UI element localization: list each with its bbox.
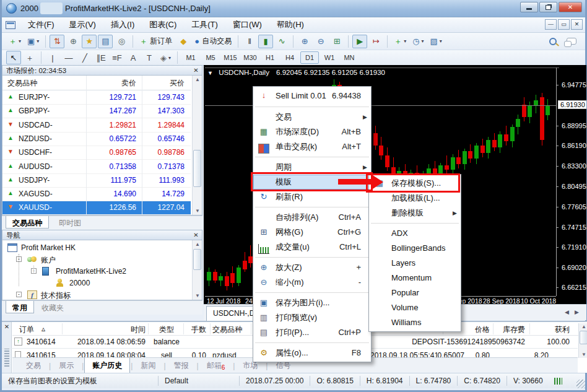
menu-item-5[interactable]: 窗口(W): [225, 17, 269, 32]
indicators-button[interactable]: ＋▾: [391, 35, 409, 48]
menu-item-3[interactable]: 图表(C): [142, 17, 184, 32]
context-menu-打印P[interactable]: ▤打印(P)...Ctrl+P: [253, 325, 371, 340]
scroll-up-icon[interactable]: ▲: [580, 324, 587, 329]
symbol-row-usdjpy[interactable]: ▲USDJPY-111.975111.993: [2, 174, 191, 188]
strategy-tester-button[interactable]: ◎: [114, 35, 129, 48]
navigator-item-2[interactable]: -ProfitMarketHK-Live2: [2, 266, 191, 277]
trendline-button[interactable]: ╱: [77, 51, 92, 64]
symbol-row-nzdusd[interactable]: ▲NZDUSD-0.657220.65746: [2, 133, 191, 146]
scroll-down-icon[interactable]: ▼: [194, 293, 201, 298]
dropdown-arrow-icon[interactable]: ▾: [168, 55, 171, 61]
navigator-toggle[interactable]: ★: [82, 35, 97, 48]
auto-scroll-button[interactable]: ▶: [352, 35, 367, 48]
timeframe-button-h4[interactable]: H4: [280, 51, 299, 64]
timeframe-button-mn[interactable]: MN: [340, 51, 359, 64]
scroll-down-icon[interactable]: ▼: [580, 352, 587, 357]
vertical-line-button[interactable]: |: [45, 51, 60, 64]
context-menu-放大Z[interactable]: ⊕放大(Z)+: [253, 260, 371, 275]
close-button[interactable]: ✕: [559, 2, 582, 12]
resize-grip[interactable]: [576, 380, 585, 388]
menu-item-2[interactable]: 插入(I): [103, 17, 142, 32]
market-watch-close-icon[interactable]: ✕: [192, 67, 200, 75]
periods-button[interactable]: ◷▾: [410, 35, 426, 48]
timeframe-button-m30[interactable]: M30: [241, 51, 259, 64]
navigator-item-1[interactable]: -账户: [2, 254, 191, 266]
timeframe-button-d1[interactable]: D1: [300, 51, 319, 64]
context-menu-刷新R[interactable]: ↻刷新(R): [253, 189, 371, 204]
timeframe-button-w1[interactable]: W1: [320, 51, 339, 64]
market-watch-tab-1[interactable]: 即时图: [53, 216, 87, 229]
scroll-down-icon[interactable]: ▼: [194, 208, 201, 214]
chart-shift-button[interactable]: ↦: [368, 35, 383, 48]
context-menu-SellLimit[interactable]: ↓Sell Limit 0.016.94438: [253, 88, 371, 104]
navigator-item-0[interactable]: Profit Market HK: [2, 242, 191, 254]
zoom-in-button[interactable]: ⊕: [297, 35, 312, 48]
new-chart-button[interactable]: ＋▾: [6, 35, 24, 48]
context-menu-打印预览v[interactable]: ▥打印预览(v): [253, 310, 371, 325]
market-watch-scrollbar[interactable]: ▲ ▼: [192, 76, 202, 215]
fibonacci-button[interactable]: ≡F: [110, 51, 124, 64]
menu-item-4[interactable]: 工具(T): [184, 17, 225, 32]
zoom-out-button[interactable]: ⊖: [313, 35, 328, 48]
context-menu-自动排列A[interactable]: 自动排列(A)Ctrl+A: [253, 210, 371, 225]
restore-button[interactable]: [539, 2, 557, 12]
chart-child-icon[interactable]: [6, 21, 15, 29]
navigator-close-icon[interactable]: ✕: [192, 232, 200, 240]
dropdown-arrow-icon[interactable]: ▾: [404, 38, 406, 44]
column-header-2[interactable]: 买价: [170, 78, 185, 89]
child-minimize-button[interactable]: —: [545, 19, 557, 30]
context-menu-市场深度D[interactable]: ▦市场深度(D)Alt+B: [253, 124, 371, 139]
metaeditor-button[interactable]: ◆: [176, 35, 191, 48]
scroll-up-icon[interactable]: ▲: [194, 242, 201, 247]
symbol-row-audusd[interactable]: ▲AUDUSD-0.713580.71378: [2, 160, 191, 174]
menu-item-1[interactable]: 显示(V): [62, 17, 103, 32]
label-button[interactable]: T: [142, 51, 157, 64]
context-menu-交易[interactable]: 交易▶: [253, 110, 371, 124]
column-header-1[interactable]: 卖价: [121, 78, 136, 89]
text-button[interactable]: A: [126, 51, 141, 64]
submenu-Volume[interactable]: Volume: [369, 300, 461, 315]
context-menu-成交量u[interactable]: 成交量(u)Ctrl+L: [253, 240, 371, 255]
symbol-row-gbpjpy[interactable]: ▲GBPJPY-147.267147.303: [2, 105, 191, 118]
terminal-tab-3[interactable]: 新闻: [133, 358, 163, 373]
submenu-Momentum[interactable]: Momentum: [369, 271, 461, 285]
chart-dropdown-icon[interactable]: ▼: [207, 70, 213, 76]
symbol-row-eurjpy[interactable]: ▲EURJPY-129.721129.743: [2, 91, 191, 105]
symbol-row-xauusd[interactable]: ▼XAUUSD-1226.561227.04: [2, 201, 191, 215]
submenu-Layers[interactable]: Layers: [369, 256, 461, 271]
context-menu-属性o[interactable]: ⚙属性(o)...F8: [253, 346, 371, 360]
data-window-button[interactable]: ⊕: [66, 35, 80, 48]
terminal-tab-4[interactable]: 警报: [167, 358, 196, 373]
market-watch-toggle[interactable]: ⇅: [50, 35, 64, 48]
market-watch-tab-0[interactable]: 交易品种: [6, 216, 49, 229]
timeframe-button-m5[interactable]: M5: [201, 51, 220, 64]
tab-scroll-right-icon[interactable]: ▶: [575, 309, 579, 315]
dropdown-arrow-icon[interactable]: ▾: [37, 38, 39, 44]
submenu-BollingerBan[interactable]: BollingerBands: [369, 241, 461, 256]
terminal-toggle[interactable]: ▤: [98, 35, 113, 48]
cursor-button[interactable]: ↖: [6, 51, 21, 64]
context-menu-缩小m[interactable]: ⊖缩小(m)-: [253, 275, 371, 290]
terminal-tab-0[interactable]: 交易: [19, 358, 48, 373]
context-menu-保存为图片i[interactable]: ▣保存为图片(i)...: [253, 295, 371, 310]
context-menu-网格G[interactable]: ⊞网格(G)Ctrl+G: [253, 225, 371, 240]
timeframe-button-h1[interactable]: H1: [261, 51, 279, 64]
shapes-button[interactable]: ◈▾: [158, 51, 173, 64]
menu-item-6[interactable]: 帮助(H): [269, 17, 311, 32]
column-header-0[interactable]: 交易品种: [7, 78, 37, 89]
submenu-ADX[interactable]: ADX: [369, 226, 461, 241]
crosshair-button[interactable]: ＋: [22, 51, 37, 64]
bar-chart-button[interactable]: ‖: [242, 35, 257, 48]
timeframe-button-m1[interactable]: M1: [181, 51, 200, 64]
horizontal-line-button[interactable]: —: [61, 51, 76, 64]
navigator-item-4[interactable]: -f技术指标: [2, 289, 191, 301]
symbol-row-usdchf[interactable]: ▼USDCHF-0.987650.98786: [2, 146, 191, 160]
tab-scroll-left-icon[interactable]: ◀: [565, 309, 569, 315]
terminal-tab-1[interactable]: 展示: [51, 358, 81, 373]
submenu-删除模版[interactable]: 删除模版▶: [369, 206, 461, 220]
dropdown-arrow-icon[interactable]: ▾: [19, 38, 21, 44]
profiles-button[interactable]: ▣▾: [25, 35, 41, 48]
submenu-Popular[interactable]: Popular: [369, 285, 461, 300]
candlestick-button[interactable]: ▮: [258, 35, 273, 48]
search-icon[interactable]: [549, 38, 557, 45]
